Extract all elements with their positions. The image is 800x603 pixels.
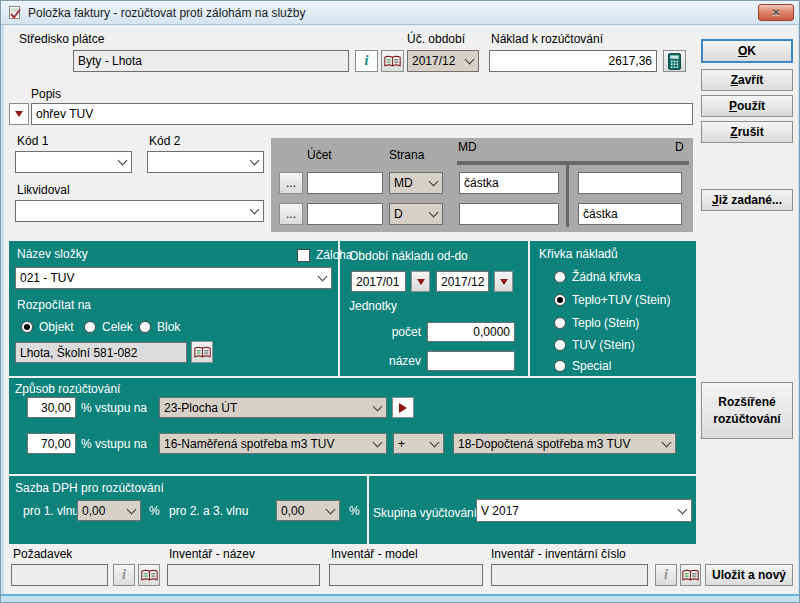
rozsirene-button[interactable]: Rozšířené rozúčtování bbox=[701, 382, 793, 439]
pocet-label: počet bbox=[361, 325, 421, 339]
jiz-zadane-button[interactable]: Již zadané... bbox=[701, 189, 793, 211]
inv-model-field[interactable] bbox=[329, 564, 483, 586]
naklad-field[interactable]: 2617,36 bbox=[489, 50, 657, 72]
ucet-browse-button-1[interactable]: ... bbox=[279, 172, 303, 194]
radio-celek-label[interactable]: Celek bbox=[102, 320, 133, 334]
strana-combo-2[interactable]: D bbox=[389, 203, 443, 225]
ucet-browse-button-2[interactable]: ... bbox=[279, 203, 303, 225]
pozadavek-field[interactable] bbox=[11, 564, 108, 586]
strana-combo-1[interactable]: MD bbox=[389, 172, 443, 194]
md-amount-field-1[interactable]: částka bbox=[459, 172, 559, 194]
radio-zadna-krivka-label[interactable]: Žádná křivka bbox=[572, 270, 641, 284]
obdobi-do-dropdown-button[interactable] bbox=[494, 271, 513, 292]
nazev-slozky-combo[interactable]: 021 - TUV bbox=[15, 267, 332, 289]
ok-button[interactable]: OK bbox=[701, 39, 793, 63]
popis-label: Popis bbox=[31, 87, 61, 101]
radio-objekt[interactable] bbox=[21, 321, 33, 333]
info-button[interactable]: i bbox=[355, 50, 378, 72]
velicina2b-combo[interactable]: 18-Dopočtená spotřeba m3 TUV bbox=[453, 433, 676, 454]
chevron-down-icon bbox=[318, 272, 328, 282]
kod2-combo[interactable] bbox=[147, 151, 264, 173]
radio-objekt-label[interactable]: Objekt bbox=[39, 320, 74, 334]
vlna2-combo[interactable]: 0,00 bbox=[276, 500, 340, 521]
radio-teplo-stein-label[interactable]: Teplo (Stein) bbox=[572, 316, 639, 330]
d-amount-field-1[interactable] bbox=[578, 172, 682, 194]
chevron-down-icon bbox=[127, 504, 137, 514]
window-border-left bbox=[1, 25, 4, 594]
zaloha-label[interactable]: Záloha bbox=[316, 248, 353, 262]
dropdown-triangle-icon bbox=[15, 111, 23, 117]
popis-dropdown-button[interactable] bbox=[9, 103, 29, 125]
velicina2a-combo[interactable]: 16-Naměřená spotřeba m3 TUV bbox=[159, 433, 387, 454]
ulozit-a-novy-button[interactable]: Uložit a nový bbox=[705, 564, 793, 586]
obdobi-od-field[interactable]: 2017/01 bbox=[351, 271, 406, 292]
radio-special[interactable] bbox=[554, 360, 566, 372]
inventar-info-button[interactable]: i bbox=[655, 564, 677, 586]
popis-field[interactable]: ohřev TUV bbox=[31, 103, 693, 125]
chevron-down-icon bbox=[326, 504, 336, 514]
zpusob-panel: Způsob rozúčtování 30,00 % vstupu na 23-… bbox=[9, 378, 696, 474]
radio-teplo-stein[interactable] bbox=[554, 317, 566, 329]
run-rozuctovani-button[interactable] bbox=[392, 397, 414, 418]
zavrit-button[interactable]: Zavřít bbox=[701, 69, 793, 91]
radio-teplo-tuv-stein[interactable] bbox=[554, 294, 566, 306]
close-button[interactable]: ✕ bbox=[758, 4, 794, 21]
kod1-combo[interactable] bbox=[15, 151, 132, 173]
open-book-icon bbox=[384, 55, 401, 68]
radio-teplo-tuv-stein-label[interactable]: Teplo+TUV (Stein) bbox=[572, 293, 670, 307]
obdobi-nakladu-label: Období nákladu od-do bbox=[349, 249, 468, 263]
close-icon: ✕ bbox=[772, 8, 780, 18]
radio-zadna-krivka[interactable] bbox=[554, 271, 566, 283]
likvidoval-label: Likvidoval bbox=[17, 183, 70, 197]
operator-combo[interactable]: + bbox=[393, 433, 444, 454]
d-amount-field-2[interactable]: částka bbox=[578, 203, 682, 225]
stredisko-platce-label: Středisko plátce bbox=[19, 32, 104, 46]
md-amount-field-2[interactable] bbox=[459, 203, 559, 225]
inv-nazev-label: Inventář - název bbox=[169, 547, 255, 561]
radio-blok-label[interactable]: Blok bbox=[157, 320, 180, 334]
open-book-icon bbox=[194, 346, 211, 359]
pozadavek-catalog-button[interactable] bbox=[138, 564, 160, 586]
radio-tuv-stein-label[interactable]: TUV (Stein) bbox=[572, 338, 635, 352]
kod1-label: Kód 1 bbox=[17, 134, 48, 148]
objekt-field[interactable]: Lhota, Školní 581-082 bbox=[15, 342, 187, 363]
dph-label: Sazba DPH pro rozúčtování bbox=[15, 481, 164, 495]
inventar-catalog-button[interactable] bbox=[680, 564, 701, 586]
radio-tuv-stein[interactable] bbox=[554, 339, 566, 351]
pct1-field[interactable]: 30,00 bbox=[27, 397, 76, 418]
skupina-combo[interactable]: V 2017 bbox=[476, 499, 692, 522]
nazev-jednotky-field[interactable] bbox=[427, 351, 515, 371]
radio-special-label[interactable]: Special bbox=[572, 359, 611, 373]
dph-panel: Sazba DPH pro rozúčtování pro 1. vlnu 0,… bbox=[9, 476, 696, 544]
zrusit-button[interactable]: Zrušit bbox=[701, 121, 793, 143]
vlna1-combo[interactable]: 0,00 bbox=[77, 500, 141, 521]
chevron-down-icon bbox=[430, 437, 440, 447]
ucet-field-2[interactable] bbox=[307, 203, 383, 225]
inv-nazev-field[interactable] bbox=[167, 564, 320, 586]
velicina1-combo[interactable]: 23-Plocha ÚT bbox=[159, 397, 387, 418]
stredisko-platce-field[interactable]: Byty - Lhota bbox=[73, 50, 349, 72]
likvidoval-combo[interactable] bbox=[15, 200, 264, 222]
chevron-down-icon bbox=[429, 177, 439, 187]
uc-obdobi-combo[interactable]: 2017/12 bbox=[407, 50, 479, 72]
calculator-button[interactable] bbox=[663, 50, 686, 72]
radio-celek[interactable] bbox=[84, 321, 96, 333]
inv-cislo-label: Inventář - inventární číslo bbox=[491, 547, 626, 561]
obdobi-od-dropdown-button[interactable] bbox=[411, 271, 430, 292]
catalog-button[interactable] bbox=[381, 50, 404, 72]
ucet-label: Účet bbox=[307, 148, 332, 162]
obdobi-do-field[interactable]: 2017/12 bbox=[436, 271, 489, 292]
md-d-header-bar bbox=[457, 161, 689, 165]
kod2-label: Kód 2 bbox=[149, 134, 180, 148]
pct2-field[interactable]: 70,00 bbox=[27, 433, 76, 454]
md-d-divider bbox=[566, 161, 569, 227]
zaloha-checkbox[interactable] bbox=[297, 249, 310, 262]
inv-cislo-field[interactable] bbox=[491, 564, 648, 586]
pocet-field[interactable]: 0,0000 bbox=[427, 322, 515, 342]
pozadavek-info-button[interactable]: i bbox=[113, 564, 135, 586]
objekt-catalog-button[interactable] bbox=[191, 341, 213, 363]
ucet-field-1[interactable] bbox=[307, 172, 383, 194]
panel-divider bbox=[528, 241, 530, 376]
pouzit-button[interactable]: Použít bbox=[701, 95, 793, 117]
radio-blok[interactable] bbox=[139, 321, 151, 333]
